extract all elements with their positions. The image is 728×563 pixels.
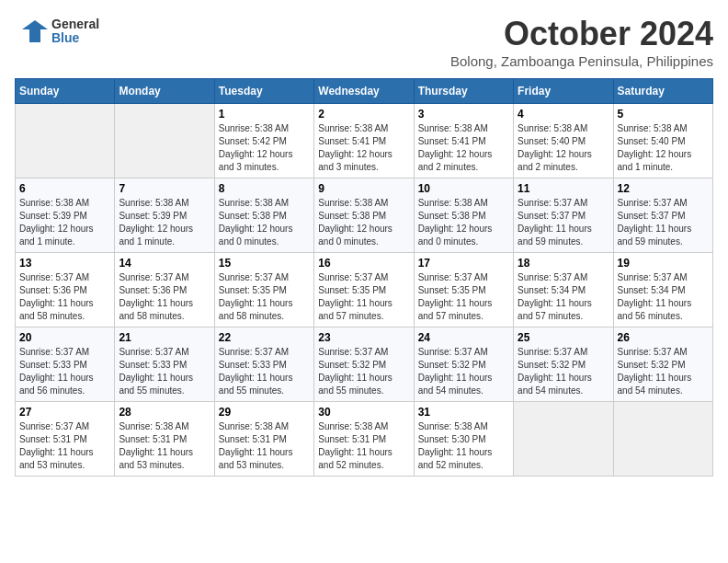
day-info: Sunrise: 5:38 AM Sunset: 5:41 PM Dayligh… — [418, 122, 509, 174]
day-number: 18 — [518, 257, 609, 270]
day-number: 10 — [418, 182, 509, 195]
calendar-header-wednesday: Wednesday — [314, 79, 414, 104]
month-title: October 2024 — [450, 15, 713, 53]
calendar-header-row: SundayMondayTuesdayWednesdayThursdayFrid… — [16, 79, 713, 104]
calendar-week-4: 20Sunrise: 5:37 AM Sunset: 5:33 PM Dayli… — [16, 327, 713, 402]
day-info: Sunrise: 5:38 AM Sunset: 5:31 PM Dayligh… — [318, 420, 409, 472]
calendar-header-friday: Friday — [514, 79, 613, 104]
calendar-table: SundayMondayTuesdayWednesdayThursdayFrid… — [15, 78, 713, 477]
calendar-cell: 12Sunrise: 5:37 AM Sunset: 5:37 PM Dayli… — [613, 178, 712, 253]
day-info: Sunrise: 5:38 AM Sunset: 5:39 PM Dayligh… — [119, 197, 210, 248]
calendar-cell: 7Sunrise: 5:38 AM Sunset: 5:39 PM Daylig… — [115, 178, 214, 253]
calendar-cell: 2Sunrise: 5:38 AM Sunset: 5:41 PM Daylig… — [314, 104, 414, 178]
day-number: 16 — [318, 257, 409, 270]
calendar-cell — [115, 104, 214, 178]
day-info: Sunrise: 5:38 AM Sunset: 5:31 PM Dayligh… — [219, 420, 310, 472]
day-info: Sunrise: 5:37 AM Sunset: 5:36 PM Dayligh… — [119, 271, 210, 323]
day-info: Sunrise: 5:37 AM Sunset: 5:36 PM Dayligh… — [19, 271, 110, 323]
calendar-cell: 30Sunrise: 5:38 AM Sunset: 5:31 PM Dayli… — [314, 402, 414, 477]
logo: General Blue — [15, 15, 99, 48]
day-info: Sunrise: 5:37 AM Sunset: 5:32 PM Dayligh… — [518, 346, 609, 397]
day-number: 8 — [219, 182, 310, 195]
day-info: Sunrise: 5:37 AM Sunset: 5:31 PM Dayligh… — [19, 420, 110, 472]
calendar-cell: 14Sunrise: 5:37 AM Sunset: 5:36 PM Dayli… — [115, 253, 214, 327]
calendar-week-1: 1Sunrise: 5:38 AM Sunset: 5:42 PM Daylig… — [16, 104, 713, 178]
day-info: Sunrise: 5:38 AM Sunset: 5:42 PM Dayligh… — [219, 122, 310, 174]
calendar-header-tuesday: Tuesday — [214, 79, 313, 104]
calendar-header-sunday: Sunday — [16, 79, 115, 104]
day-number: 26 — [618, 331, 709, 344]
calendar-cell — [613, 402, 712, 477]
calendar-cell: 17Sunrise: 5:37 AM Sunset: 5:35 PM Dayli… — [414, 253, 513, 327]
day-number: 12 — [618, 182, 709, 195]
logo-general-text: General — [51, 17, 99, 31]
day-number: 5 — [618, 108, 709, 121]
calendar-header-thursday: Thursday — [414, 79, 513, 104]
day-number: 31 — [418, 406, 509, 419]
calendar-cell: 26Sunrise: 5:37 AM Sunset: 5:32 PM Dayli… — [613, 327, 712, 402]
logo-text: General Blue — [51, 17, 99, 46]
day-info: Sunrise: 5:38 AM Sunset: 5:38 PM Dayligh… — [418, 197, 509, 248]
day-number: 24 — [418, 331, 509, 344]
calendar-header-saturday: Saturday — [613, 79, 712, 104]
calendar-cell: 13Sunrise: 5:37 AM Sunset: 5:36 PM Dayli… — [16, 253, 115, 327]
calendar-cell: 19Sunrise: 5:37 AM Sunset: 5:34 PM Dayli… — [613, 253, 712, 327]
day-number: 9 — [318, 182, 409, 195]
day-info: Sunrise: 5:37 AM Sunset: 5:35 PM Dayligh… — [219, 271, 310, 323]
day-info: Sunrise: 5:38 AM Sunset: 5:41 PM Dayligh… — [318, 122, 409, 174]
day-number: 20 — [19, 331, 110, 344]
day-number: 28 — [119, 406, 210, 419]
day-number: 14 — [119, 257, 210, 270]
calendar-week-2: 6Sunrise: 5:38 AM Sunset: 5:39 PM Daylig… — [16, 178, 713, 253]
calendar-cell: 21Sunrise: 5:37 AM Sunset: 5:33 PM Dayli… — [115, 327, 214, 402]
calendar-header-monday: Monday — [115, 79, 214, 104]
day-info: Sunrise: 5:38 AM Sunset: 5:38 PM Dayligh… — [219, 197, 310, 248]
day-number: 6 — [19, 182, 110, 195]
day-number: 19 — [618, 257, 709, 270]
calendar-cell: 5Sunrise: 5:38 AM Sunset: 5:40 PM Daylig… — [613, 104, 712, 178]
calendar-cell: 20Sunrise: 5:37 AM Sunset: 5:33 PM Dayli… — [16, 327, 115, 402]
calendar-week-3: 13Sunrise: 5:37 AM Sunset: 5:36 PM Dayli… — [16, 253, 713, 327]
day-info: Sunrise: 5:38 AM Sunset: 5:40 PM Dayligh… — [618, 122, 709, 174]
day-number: 30 — [318, 406, 409, 419]
day-info: Sunrise: 5:38 AM Sunset: 5:38 PM Dayligh… — [318, 197, 409, 248]
calendar-cell: 9Sunrise: 5:38 AM Sunset: 5:38 PM Daylig… — [314, 178, 414, 253]
calendar-cell: 8Sunrise: 5:38 AM Sunset: 5:38 PM Daylig… — [214, 178, 313, 253]
calendar-cell: 27Sunrise: 5:37 AM Sunset: 5:31 PM Dayli… — [16, 402, 115, 477]
calendar-week-5: 27Sunrise: 5:37 AM Sunset: 5:31 PM Dayli… — [16, 402, 713, 477]
day-info: Sunrise: 5:37 AM Sunset: 5:34 PM Dayligh… — [618, 271, 709, 323]
day-info: Sunrise: 5:38 AM Sunset: 5:39 PM Dayligh… — [19, 197, 110, 248]
calendar-cell: 16Sunrise: 5:37 AM Sunset: 5:35 PM Dayli… — [314, 253, 414, 327]
day-info: Sunrise: 5:37 AM Sunset: 5:32 PM Dayligh… — [318, 346, 409, 397]
calendar-cell: 4Sunrise: 5:38 AM Sunset: 5:40 PM Daylig… — [514, 104, 613, 178]
day-number: 2 — [318, 108, 409, 121]
day-info: Sunrise: 5:37 AM Sunset: 5:37 PM Dayligh… — [518, 197, 609, 248]
day-info: Sunrise: 5:38 AM Sunset: 5:30 PM Dayligh… — [418, 420, 509, 472]
day-info: Sunrise: 5:37 AM Sunset: 5:35 PM Dayligh… — [418, 271, 509, 323]
day-info: Sunrise: 5:37 AM Sunset: 5:37 PM Dayligh… — [618, 197, 709, 248]
day-number: 11 — [518, 182, 609, 195]
day-info: Sunrise: 5:37 AM Sunset: 5:33 PM Dayligh… — [19, 346, 110, 397]
calendar-cell — [514, 402, 613, 477]
day-number: 7 — [119, 182, 210, 195]
logo-blue-text: Blue — [51, 31, 99, 45]
day-number: 29 — [219, 406, 310, 419]
day-info: Sunrise: 5:37 AM Sunset: 5:35 PM Dayligh… — [318, 271, 409, 323]
day-number: 15 — [219, 257, 310, 270]
calendar-cell: 10Sunrise: 5:38 AM Sunset: 5:38 PM Dayli… — [414, 178, 513, 253]
calendar-cell: 22Sunrise: 5:37 AM Sunset: 5:33 PM Dayli… — [214, 327, 313, 402]
day-info: Sunrise: 5:37 AM Sunset: 5:33 PM Dayligh… — [119, 346, 210, 397]
day-info: Sunrise: 5:37 AM Sunset: 5:32 PM Dayligh… — [418, 346, 509, 397]
day-number: 17 — [418, 257, 509, 270]
day-number: 4 — [518, 108, 609, 121]
day-number: 25 — [518, 331, 609, 344]
calendar-cell: 28Sunrise: 5:38 AM Sunset: 5:31 PM Dayli… — [115, 402, 214, 477]
calendar-cell: 25Sunrise: 5:37 AM Sunset: 5:32 PM Dayli… — [514, 327, 613, 402]
day-number: 1 — [219, 108, 310, 121]
calendar-cell: 11Sunrise: 5:37 AM Sunset: 5:37 PM Dayli… — [514, 178, 613, 253]
day-number: 21 — [119, 331, 210, 344]
calendar-cell: 31Sunrise: 5:38 AM Sunset: 5:30 PM Dayli… — [414, 402, 513, 477]
page-header: General Blue October 2024 Bolong, Zamboa… — [15, 15, 713, 69]
day-info: Sunrise: 5:38 AM Sunset: 5:31 PM Dayligh… — [119, 420, 210, 472]
calendar-cell: 15Sunrise: 5:37 AM Sunset: 5:35 PM Dayli… — [214, 253, 313, 327]
